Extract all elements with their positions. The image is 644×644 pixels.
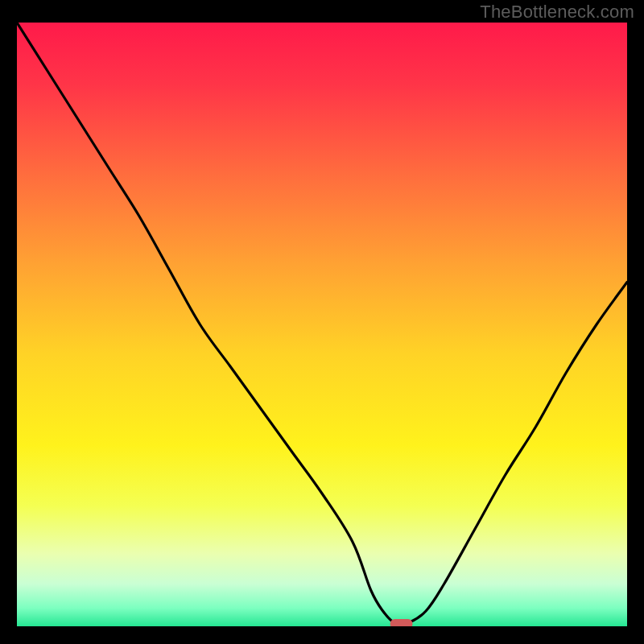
watermark-label: TheBottleneck.com [480,2,634,23]
bottleneck-chart [17,23,627,626]
chart-frame: TheBottleneck.com [0,0,644,644]
optimal-marker [390,619,413,626]
chart-background [17,23,627,626]
svg-rect-0 [17,23,627,626]
